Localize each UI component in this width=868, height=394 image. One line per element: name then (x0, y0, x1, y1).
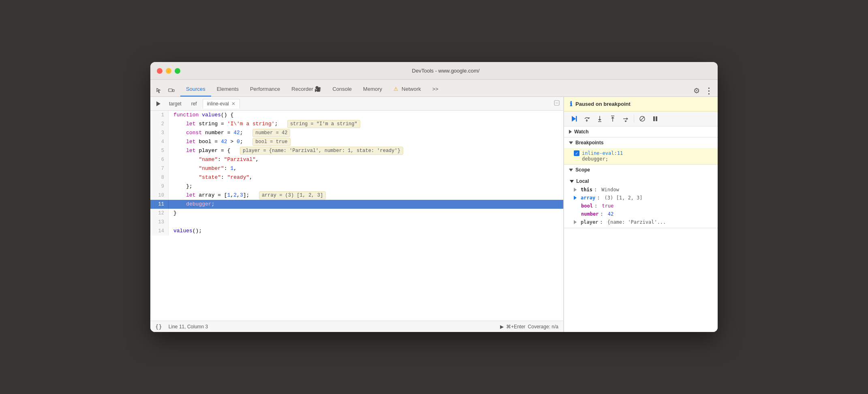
tab-performance[interactable]: Performance (244, 82, 286, 96)
minimize-button[interactable] (166, 68, 171, 74)
svg-rect-6 (576, 116, 577, 122)
scope-section-header[interactable]: Scope (564, 165, 718, 175)
code-line-3: 3 const number = 42; number = 42 (150, 128, 563, 137)
step-over-button[interactable] (581, 113, 592, 124)
subtab-end-icon (554, 100, 560, 108)
status-bar-right: ▶ ⌘+Enter Coverage: n/a (500, 324, 558, 330)
svg-rect-23 (656, 116, 657, 121)
watch-section-header[interactable]: Watch (564, 126, 718, 137)
scope-number: number: 42 (564, 210, 718, 218)
breakpoint-location: inline-eval:11 (582, 150, 623, 156)
coverage-label: Coverage: n/a (528, 324, 558, 330)
maximize-button[interactable] (175, 68, 180, 74)
code-line-9: 9 }; (150, 182, 563, 191)
breakpoint-checkbox[interactable]: ✓ (574, 150, 579, 156)
toolbar-separator (634, 115, 634, 123)
code-line-13: 13 (150, 218, 563, 227)
right-panel: ℹ Paused on breakpoint (564, 97, 718, 332)
local-expand-icon (570, 180, 574, 183)
scope-this-expand[interactable] (574, 188, 577, 192)
svg-rect-1 (173, 90, 174, 92)
tab-network[interactable]: ⚠ Network (388, 82, 427, 96)
more-options-icon[interactable]: ⋮ (703, 85, 714, 96)
pause-on-exceptions-button[interactable] (650, 113, 661, 124)
svg-rect-22 (653, 116, 655, 121)
subtab-target[interactable]: target (165, 99, 186, 108)
code-line-14: 14 values(); (150, 227, 563, 236)
tab-recorder[interactable]: Recorder 🎥 (286, 82, 327, 96)
svg-marker-9 (586, 120, 588, 122)
close-button[interactable] (157, 68, 162, 74)
watch-label: Watch (574, 129, 589, 135)
subtab-inline-eval[interactable]: inline-eval ✕ (203, 99, 240, 109)
svg-marker-19 (624, 121, 627, 122)
local-label: Local (564, 177, 718, 186)
scope-section: Scope Local this: Window array: (3) [1, … (564, 165, 718, 228)
svg-marker-14 (611, 117, 614, 118)
status-bar: {} Line 11, Column 3 ▶ ⌘+Enter Coverage:… (150, 321, 563, 332)
code-line-4: 4 let bool = 42 > 0; bool = true (150, 137, 563, 146)
step-button[interactable] (620, 113, 631, 124)
scope-player-expand[interactable] (574, 220, 577, 224)
nav-icons-right: ⚙ ⋮ (691, 85, 714, 96)
scope-expand-icon (569, 169, 573, 171)
code-line-12: 12 } (150, 209, 563, 218)
play-snippet-icon[interactable] (154, 99, 163, 109)
titlebar: DevTools - www.google.com/ (150, 62, 718, 80)
settings-icon[interactable]: ⚙ (691, 85, 702, 96)
breakpoints-label: Breakpoints (575, 140, 603, 146)
breakpoint-code: debugger; (574, 156, 713, 162)
sub-tab-bar: target ref inline-eval ✕ (150, 97, 563, 111)
scope-this: this: Window (564, 186, 718, 194)
tab-memory[interactable]: Memory (357, 82, 388, 96)
run-snippet-icon[interactable]: ▶ (500, 324, 504, 330)
nav-tabs-bar: Sources Elements Performance Recorder 🎥 … (150, 80, 718, 97)
breakpoint-message: Paused on breakpoint (575, 101, 631, 107)
tab-console[interactable]: Console (327, 82, 357, 96)
svg-line-21 (640, 117, 644, 121)
scope-label: Scope (575, 167, 590, 173)
code-line-7: 7 "number": 1, (150, 164, 563, 173)
breakpoints-section: Breakpoints ✓ inline-eval:11 debugger; (564, 137, 718, 165)
code-editor[interactable]: 1 function values() { 2 let string = 'I\… (150, 111, 563, 321)
scope-array-expand[interactable] (574, 196, 577, 200)
code-line-10: 10 let array = [1,2,3]; array = (3) [1, … (150, 191, 563, 200)
svg-marker-2 (156, 101, 160, 106)
breakpoint-banner: ℹ Paused on breakpoint (564, 97, 718, 111)
inspect-element-icon[interactable] (154, 85, 165, 96)
run-snippet-label: ⌘+Enter (506, 324, 526, 330)
svg-rect-0 (169, 89, 172, 92)
cursor-position: Line 11, Column 3 (169, 324, 208, 330)
watch-collapse-icon (569, 130, 572, 134)
svg-marker-5 (572, 116, 576, 122)
breakpoint-item: ✓ inline-eval:11 debugger; (564, 148, 718, 164)
debug-toolbar (564, 111, 718, 126)
tab-elements[interactable]: Elements (211, 82, 244, 96)
tab-more[interactable]: >> (427, 82, 444, 96)
code-line-1: 1 function values() { (150, 111, 563, 120)
close-tab-icon[interactable]: ✕ (231, 101, 235, 107)
main-content: target ref inline-eval ✕ (150, 97, 718, 332)
scope-player: player: {name: 'Parzival'... (564, 218, 718, 226)
code-line-11: 11 debugger; (150, 200, 563, 209)
sources-panel: target ref inline-eval ✕ (150, 97, 564, 332)
code-line-5: 5 let player = { player = {name: 'Parziv… (150, 146, 563, 155)
subtab-ref[interactable]: ref (187, 99, 201, 108)
step-out-button[interactable] (607, 113, 618, 124)
svg-marker-11 (598, 119, 601, 121)
deactivate-breakpoints-button[interactable] (637, 113, 648, 124)
window-title: DevTools - www.google.com/ (180, 68, 711, 74)
info-icon: ℹ (570, 100, 572, 108)
tab-sources[interactable]: Sources (180, 82, 211, 96)
breakpoints-section-header[interactable]: Breakpoints (564, 137, 718, 148)
local-scope: Local this: Window array: (3) [1, 2, 3] … (564, 175, 718, 228)
breakpoint-file: ✓ inline-eval:11 (574, 150, 713, 156)
format-icon[interactable]: {} (155, 323, 162, 330)
device-toolbar-icon[interactable] (166, 85, 177, 96)
step-into-button[interactable] (594, 113, 605, 124)
svg-marker-17 (626, 118, 628, 120)
code-line-6: 6 "name": "Parzival", (150, 155, 563, 164)
code-line-2: 2 let string = 'I\'m a string'; string =… (150, 120, 563, 128)
resume-button[interactable] (568, 113, 579, 124)
network-warning-icon: ⚠ (393, 86, 398, 92)
